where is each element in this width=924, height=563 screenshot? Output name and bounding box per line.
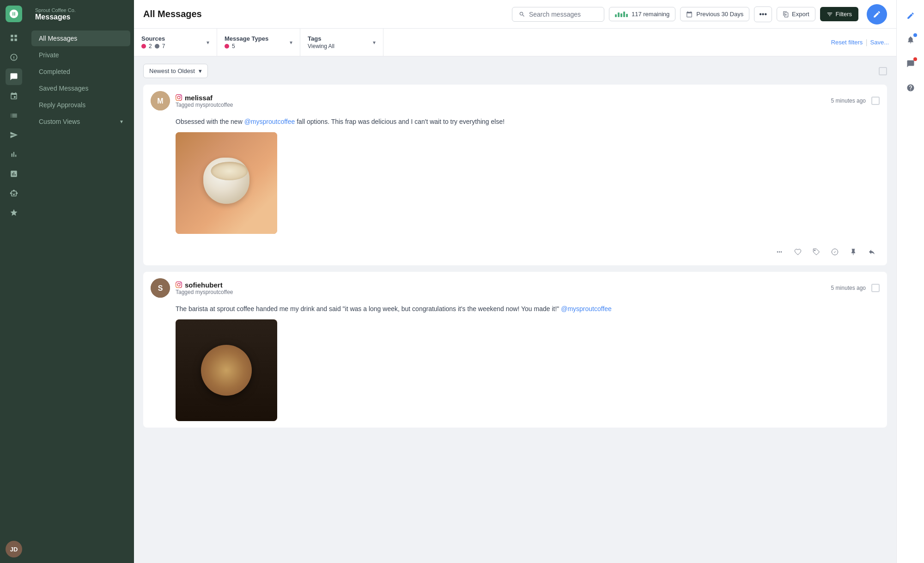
sidebar-item-completed[interactable]: Completed — [31, 64, 130, 80]
date-range-label: Previous 30 Days — [696, 11, 743, 18]
notifications-button[interactable] — [902, 31, 919, 48]
message-types-chevron-icon: ▾ — [290, 39, 292, 46]
compose-button[interactable] — [867, 4, 887, 24]
sort-label: Newest to Oldest — [149, 67, 195, 74]
tags-filter[interactable]: Tags Viewing All ▾ — [300, 29, 383, 56]
nav-icon-bar-chart[interactable] — [6, 165, 22, 182]
message-source: Tagged mysproutcoffee — [176, 102, 826, 108]
compose-right-button[interactable] — [902, 7, 919, 24]
chat-icon — [906, 60, 915, 68]
nav-icon-messages[interactable] — [6, 68, 22, 85]
message-mention[interactable]: @mysproutcoffee — [561, 305, 612, 312]
reply-icon — [868, 248, 875, 256]
coffee-cup-visual — [176, 132, 277, 234]
message-text: The barista at sprout coffee handed me m… — [176, 304, 880, 314]
user-avatar-bottom[interactable]: JD — [6, 541, 22, 557]
nav-icon-robot[interactable] — [6, 185, 22, 202]
nav-icon-paper-plane[interactable] — [6, 127, 22, 143]
tag-icon — [813, 248, 820, 256]
main-area: All Messages Search messages 117 remaini… — [134, 0, 896, 563]
avatar: S — [151, 278, 170, 298]
filters-icon — [827, 11, 833, 18]
message-time: 5 minutes ago — [831, 285, 866, 291]
message-checkbox[interactable] — [871, 284, 880, 292]
sources-chevron-icon: ▾ — [207, 39, 209, 46]
instagram-indicator — [141, 44, 146, 49]
complete-button[interactable] — [827, 244, 843, 260]
chat-button[interactable] — [902, 55, 919, 72]
nav-icon-analytics[interactable] — [6, 146, 22, 163]
message-text: Obsessed with the new @mysproutcoffee fa… — [176, 117, 880, 127]
message-meta: melissaf Tagged mysproutcoffee — [176, 94, 826, 108]
message-types-filter[interactable]: Message Types 5 ▾ — [217, 29, 300, 56]
remaining-count: 117 remaining — [632, 11, 669, 18]
message-actions — [143, 240, 887, 265]
message-card: S sofiehubert Tagged mysproutcoffee 5 mi… — [143, 272, 887, 428]
date-range-button[interactable]: Previous 30 Days — [680, 7, 749, 21]
tags-viewing: Viewing All — [308, 43, 334, 49]
message-source: Tagged mysproutcoffee — [176, 289, 826, 295]
reply-button[interactable] — [864, 244, 880, 260]
sidebar-item-private[interactable]: Private — [31, 47, 130, 63]
more-actions-button[interactable] — [772, 244, 787, 260]
message-header: M melissaf Tagged mysproutcoffee 5 minut… — [143, 85, 887, 115]
remaining-button[interactable]: 117 remaining — [609, 7, 675, 21]
message-time: 5 minutes ago — [831, 98, 866, 104]
app-logo[interactable] — [6, 6, 22, 22]
pin-button[interactable] — [845, 244, 861, 260]
latte-visual — [176, 319, 277, 421]
filters-label: Filters — [836, 11, 852, 18]
svg-text:S: S — [158, 284, 163, 292]
message-header: S sofiehubert Tagged mysproutcoffee 5 mi… — [143, 272, 887, 302]
icon-rail: JD — [0, 0, 28, 563]
like-button[interactable] — [790, 244, 806, 260]
search-placeholder: Search messages — [529, 11, 581, 18]
search-button[interactable]: Search messages — [512, 7, 604, 22]
avatar: M — [151, 91, 170, 110]
company-name: Sprout Coffee Co. — [35, 7, 127, 13]
sidebar-item-custom-views[interactable]: Custom Views ▾ — [31, 114, 130, 129]
pin-icon — [850, 248, 857, 256]
help-button[interactable] — [902, 80, 919, 96]
sort-dropdown[interactable]: Newest to Oldest ▾ — [143, 64, 208, 78]
chat-badge — [913, 57, 917, 61]
message-text-before: Obsessed with the new — [176, 118, 244, 125]
filter-actions: Reset filters | Save... — [831, 29, 896, 56]
nav-icon-list[interactable] — [6, 107, 22, 124]
chevron-down-icon: ▾ — [120, 118, 123, 125]
page-title: All Messages — [143, 9, 202, 19]
sidebar-item-reply-approvals[interactable]: Reply Approvals — [31, 97, 130, 113]
select-all-checkbox[interactable] — [879, 67, 887, 75]
sort-chevron-icon: ▾ — [199, 67, 202, 74]
filter-bar: Sources 2 7 ▾ Message Types 5 ▾ — [134, 29, 896, 56]
message-meta: sofiehubert Tagged mysproutcoffee — [176, 281, 826, 295]
sidebar-item-saved-messages[interactable]: Saved Messages — [31, 80, 130, 96]
nav-icon-activity[interactable] — [6, 49, 22, 66]
nav-icon-pin[interactable] — [6, 88, 22, 104]
svg-point-2 — [815, 250, 815, 251]
message-image — [176, 319, 277, 421]
more-icon: ••• — [759, 10, 767, 18]
sidebar-section-title: Messages — [35, 13, 127, 21]
label-button[interactable] — [808, 244, 824, 260]
message-card: M melissaf Tagged mysproutcoffee 5 minut… — [143, 85, 887, 265]
nav-icon-grid[interactable] — [6, 30, 22, 46]
message-types-label: Message Types — [225, 35, 268, 42]
message-username: sofiehubert — [185, 281, 223, 289]
sources-filter[interactable]: Sources 2 7 ▾ — [134, 29, 217, 56]
nav-icon-star[interactable] — [6, 204, 22, 221]
notification-badge — [913, 33, 917, 37]
message-type-ig-indicator — [225, 44, 229, 49]
right-panel — [896, 0, 924, 563]
more-options-button[interactable]: ••• — [754, 6, 772, 22]
export-button[interactable]: Export — [777, 7, 815, 21]
filters-button[interactable]: Filters — [820, 7, 858, 21]
message-image — [176, 132, 277, 234]
message-mention[interactable]: @mysproutcoffee — [244, 118, 295, 125]
save-filters-link[interactable]: Save... — [870, 39, 889, 46]
reset-filters-link[interactable]: Reset filters — [831, 39, 863, 46]
calendar-icon — [686, 11, 693, 18]
sidebar-item-all-messages[interactable]: All Messages — [31, 31, 130, 46]
message-checkbox[interactable] — [871, 97, 880, 105]
sidebar-brand: Sprout Coffee Co. Messages — [28, 7, 134, 31]
